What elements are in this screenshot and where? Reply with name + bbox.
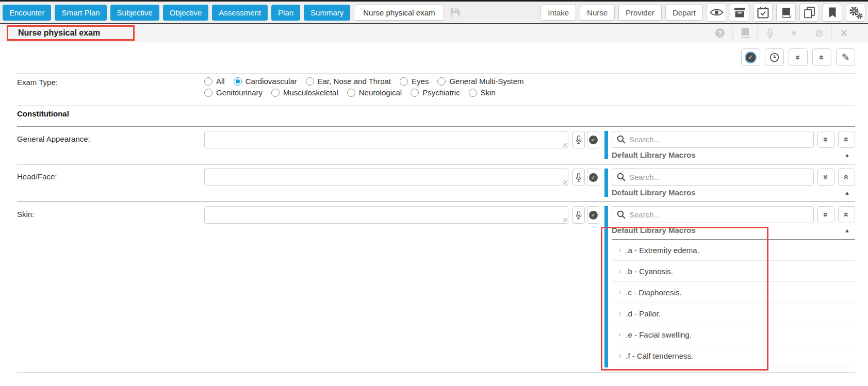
confirm-check-button[interactable]: ✓ — [587, 206, 599, 224]
dictate-mic-button[interactable] — [572, 206, 585, 224]
archive-icon[interactable] — [730, 4, 749, 22]
radio-icon[interactable] — [411, 89, 419, 97]
book-icon[interactable] — [732, 26, 757, 40]
radio-icon[interactable] — [204, 89, 212, 97]
search-icon — [617, 173, 626, 181]
resize-handle-icon[interactable] — [563, 180, 567, 184]
mic-icon[interactable] — [757, 26, 782, 40]
copy-icon[interactable] — [799, 4, 819, 22]
radio-icon[interactable] — [469, 89, 477, 97]
macro-item[interactable]: ‹.e - Facial swelling. — [612, 324, 855, 345]
radio-option-cardiovascular[interactable]: Cardiovascular — [234, 77, 297, 86]
main-toolbar: EncounterSmart PlanSubjectiveObjectiveAs… — [0, 2, 868, 24]
radio-option-general-multi-system[interactable]: General Multi-System — [437, 77, 523, 86]
radio-option-ear-nose-and-throat[interactable]: Ear, Nose and Throat — [306, 77, 391, 86]
nav-tab-smart-plan[interactable]: Smart Plan — [55, 5, 106, 21]
nav-tab-encounter[interactable]: Encounter — [3, 5, 51, 21]
expand-all-macros-button[interactable]: » — [817, 131, 834, 148]
collapse-triangle-icon[interactable]: ▲ — [844, 190, 850, 196]
exam-type-row: Exam Type: AllCardiovascularEar, Nose an… — [17, 73, 855, 97]
exam-field-row-skin: Skin: ✓ » « Default Library Macros — [17, 202, 855, 372]
expand-all-macros-button[interactable]: » — [817, 206, 834, 223]
chevron-left-icon: ‹ — [618, 288, 621, 297]
book-icon[interactable] — [776, 4, 796, 22]
radio-option-psychiatric[interactable]: Psychiatric — [411, 88, 460, 97]
close-icon[interactable]: × — [831, 26, 856, 40]
stage-button-intake[interactable]: Intake — [541, 5, 576, 21]
field-textarea[interactable] — [204, 169, 568, 186]
radio-icon[interactable] — [437, 77, 446, 86]
collapse-triangle-icon[interactable]: ▲ — [844, 227, 850, 233]
exam-type-label: Exam Type: — [17, 77, 204, 97]
form-action-buttons: ✓ » « ✎ — [17, 48, 855, 66]
ban-icon[interactable]: ⊘ — [807, 26, 831, 40]
macro-search-input[interactable] — [612, 131, 814, 148]
radio-option-eyes[interactable]: Eyes — [400, 77, 429, 86]
radio-option-skin[interactable]: Skin — [469, 88, 496, 97]
history-clock-button[interactable] — [765, 48, 784, 66]
search-icon — [617, 210, 626, 219]
radio-option-label: Psychiatric — [422, 88, 460, 97]
nav-tab-summary[interactable]: Summary — [304, 5, 350, 21]
bookmark-icon[interactable] — [823, 4, 842, 22]
expand-all-macros-button[interactable]: » — [817, 169, 834, 186]
stage-button-nurse[interactable]: Nurse — [580, 5, 615, 21]
stage-button-provider[interactable]: Provider — [618, 5, 662, 21]
expand-all-button[interactable]: » — [789, 48, 808, 66]
resize-handle-icon[interactable] — [563, 217, 567, 222]
help-icon[interactable]: ? — [708, 26, 732, 40]
macro-search-row: » « — [612, 131, 855, 148]
radio-option-genitourinary[interactable]: Genitourinary — [204, 88, 263, 97]
gears-icon[interactable] — [846, 4, 865, 22]
macro-item[interactable]: ‹.b - Cyanosis. — [612, 261, 855, 282]
radio-option-all[interactable]: All — [204, 77, 225, 86]
macro-item[interactable]: ‹.f - Calf tenderness. — [612, 345, 855, 366]
radio-icon[interactable] — [271, 89, 280, 97]
nav-tab-plan[interactable]: Plan — [271, 5, 300, 21]
stage-button-depart[interactable]: Depart — [665, 5, 703, 21]
confirm-check-button[interactable]: ✓ — [587, 131, 599, 148]
save-icon[interactable] — [448, 5, 462, 20]
field-textarea[interactable] — [204, 206, 568, 224]
collapse-all-macros-button[interactable]: « — [838, 169, 855, 186]
nav-tab-objective[interactable]: Objective — [163, 5, 209, 21]
dictate-mic-button[interactable] — [572, 131, 585, 148]
radio-option-label: Musculoskeletal — [283, 88, 338, 97]
dictate-mic-button[interactable] — [572, 169, 585, 186]
macros-section-header[interactable]: Default Library Macros ▲ — [612, 226, 855, 240]
nav-tab-subjective[interactable]: Subjective — [110, 5, 159, 21]
macro-item[interactable]: ‹.c - Diaphoresis. — [612, 282, 855, 303]
confirm-check-button[interactable]: ✓ — [587, 169, 599, 186]
radio-icon[interactable] — [400, 77, 408, 86]
macros-section-title: Default Library Macros — [612, 150, 696, 159]
macro-item[interactable]: ‹.a - Extremity edema. — [612, 240, 855, 261]
macros-section-header[interactable]: Default Library Macros ▲ — [612, 188, 855, 197]
collapse-all-macros-button[interactable]: « — [838, 206, 855, 223]
radio-selected-icon[interactable] — [234, 77, 242, 86]
radio-icon[interactable] — [306, 77, 314, 86]
macros-panel: » « Default Library Macros ▲ — [612, 131, 855, 159]
radio-icon[interactable] — [204, 77, 212, 86]
double-chevron-down-icon[interactable]: » — [782, 26, 807, 40]
macros-section-header[interactable]: Default Library Macros ▲ — [612, 150, 855, 159]
radio-option-neurological[interactable]: Neurological — [347, 88, 402, 97]
edit-pencil-button[interactable]: ✎ — [836, 48, 855, 66]
macro-item-label: .a - Extremity edema. — [626, 246, 699, 255]
check-circle-button[interactable]: ✓ — [741, 48, 760, 66]
page-title: Nurse physical exam — [18, 28, 100, 38]
radio-option-musculoskeletal[interactable]: Musculoskeletal — [271, 88, 338, 97]
macro-item[interactable]: ‹.d - Pallor. — [612, 303, 855, 324]
macros-section-title: Default Library Macros — [612, 188, 696, 197]
collapse-all-macros-button[interactable]: « — [838, 131, 855, 148]
radio-icon[interactable] — [347, 89, 355, 97]
eye-icon[interactable] — [707, 4, 726, 22]
collapse-triangle-icon[interactable]: ▲ — [844, 152, 850, 158]
resize-handle-icon[interactable] — [563, 142, 567, 147]
macro-search-input[interactable] — [612, 206, 814, 223]
macro-search-input[interactable] — [612, 169, 814, 186]
form-tab-nurse-physical-exam[interactable]: Nurse physical exam — [354, 5, 444, 21]
field-textarea[interactable] — [204, 131, 568, 148]
nav-tab-assessment[interactable]: Assessment — [212, 5, 268, 21]
calendar-check-icon[interactable] — [753, 4, 773, 22]
collapse-all-button[interactable]: « — [812, 48, 831, 66]
